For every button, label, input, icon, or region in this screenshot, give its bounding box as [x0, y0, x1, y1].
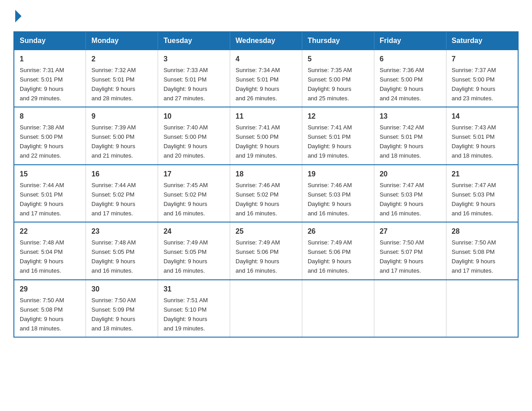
day-daylight-mins: and 16 minutes. — [380, 210, 421, 217]
day-daylight-mins: and 18 minutes. — [452, 152, 493, 159]
day-number: 5 — [308, 54, 369, 65]
calendar-cell: 7 Sunrise: 7:37 AM Sunset: 5:00 PM Dayli… — [446, 50, 518, 107]
calendar-week-row: 8 Sunrise: 7:38 AM Sunset: 5:00 PM Dayli… — [14, 107, 518, 164]
day-number: 7 — [452, 54, 512, 65]
logo-arrow-icon — [15, 10, 21, 22]
day-sunrise: Sunrise: 7:51 AM — [163, 297, 208, 304]
day-daylight-mins: and 16 minutes. — [91, 267, 133, 274]
day-number: 19 — [308, 169, 369, 180]
day-daylight-mins: and 26 minutes. — [236, 95, 277, 102]
weekday-header-wednesday: Wednesday — [230, 32, 302, 50]
calendar-cell: 25 Sunrise: 7:49 AM Sunset: 5:06 PM Dayl… — [230, 222, 302, 279]
day-daylight-mins: and 17 minutes. — [380, 267, 421, 274]
day-daylight: Daylight: 9 hours — [163, 143, 207, 150]
page-header — [13, 9, 519, 22]
day-sunrise: Sunrise: 7:45 AM — [163, 182, 208, 188]
calendar-cell — [230, 280, 302, 337]
calendar-cell: 22 Sunrise: 7:48 AM Sunset: 5:04 PM Dayl… — [14, 222, 86, 279]
calendar-cell: 9 Sunrise: 7:39 AM Sunset: 5:00 PM Dayli… — [86, 107, 158, 164]
day-daylight: Daylight: 9 hours — [163, 201, 207, 207]
day-daylight-mins: and 20 minutes. — [163, 152, 205, 159]
day-sunrise: Sunrise: 7:47 AM — [380, 182, 424, 188]
weekday-header-friday: Friday — [374, 32, 446, 50]
day-sunrise: Sunrise: 7:41 AM — [236, 124, 280, 131]
day-daylight: Daylight: 9 hours — [452, 86, 496, 92]
day-sunset: Sunset: 5:05 PM — [91, 248, 134, 255]
day-sunset: Sunset: 5:00 PM — [20, 133, 63, 140]
day-daylight: Daylight: 9 hours — [91, 258, 135, 265]
day-daylight-mins: and 16 minutes. — [308, 210, 349, 217]
day-daylight: Daylight: 9 hours — [20, 316, 64, 322]
day-sunset: Sunset: 5:01 PM — [452, 133, 495, 140]
weekday-header-thursday: Thursday — [302, 32, 374, 50]
calendar-cell: 28 Sunrise: 7:50 AM Sunset: 5:08 PM Dayl… — [446, 222, 518, 279]
day-sunrise: Sunrise: 7:43 AM — [452, 124, 496, 131]
weekday-header-saturday: Saturday — [446, 32, 518, 50]
day-daylight-mins: and 16 minutes. — [308, 267, 349, 274]
calendar-table: SundayMondayTuesdayWednesdayThursdayFrid… — [13, 31, 519, 338]
calendar-cell: 18 Sunrise: 7:46 AM Sunset: 5:02 PM Dayl… — [230, 165, 302, 222]
calendar-cell: 10 Sunrise: 7:40 AM Sunset: 5:00 PM Dayl… — [158, 107, 230, 164]
day-sunrise: Sunrise: 7:50 AM — [380, 239, 424, 246]
calendar-cell: 2 Sunrise: 7:32 AM Sunset: 5:01 PM Dayli… — [86, 50, 158, 107]
calendar-week-row: 15 Sunrise: 7:44 AM Sunset: 5:01 PM Dayl… — [14, 165, 518, 222]
day-sunrise: Sunrise: 7:35 AM — [308, 67, 352, 73]
day-number: 4 — [236, 54, 296, 65]
day-daylight-mins: and 17 minutes. — [91, 210, 133, 217]
day-number: 31 — [163, 284, 224, 295]
day-daylight-mins: and 24 minutes. — [380, 95, 421, 102]
day-daylight-mins: and 16 minutes. — [236, 267, 277, 274]
day-sunset: Sunset: 5:02 PM — [163, 191, 206, 198]
day-daylight-mins: and 16 minutes. — [163, 267, 205, 274]
calendar-cell: 23 Sunrise: 7:48 AM Sunset: 5:05 PM Dayl… — [86, 222, 158, 279]
day-sunrise: Sunrise: 7:47 AM — [452, 182, 496, 188]
calendar-cell: 8 Sunrise: 7:38 AM Sunset: 5:00 PM Dayli… — [14, 107, 86, 164]
day-daylight: Daylight: 9 hours — [91, 201, 135, 207]
day-daylight: Daylight: 9 hours — [308, 143, 352, 150]
calendar-cell: 29 Sunrise: 7:50 AM Sunset: 5:08 PM Dayl… — [14, 280, 86, 337]
day-daylight-mins: and 18 minutes. — [91, 325, 133, 332]
calendar-cell: 6 Sunrise: 7:36 AM Sunset: 5:00 PM Dayli… — [374, 50, 446, 107]
calendar-cell: 13 Sunrise: 7:42 AM Sunset: 5:01 PM Dayl… — [374, 107, 446, 164]
day-number: 9 — [91, 111, 152, 122]
day-sunset: Sunset: 5:02 PM — [236, 191, 279, 198]
day-sunrise: Sunrise: 7:49 AM — [308, 239, 352, 246]
day-daylight: Daylight: 9 hours — [163, 86, 207, 92]
day-daylight-mins: and 16 minutes. — [236, 210, 277, 217]
day-number: 13 — [380, 111, 441, 122]
day-number: 25 — [236, 226, 296, 237]
calendar-cell: 30 Sunrise: 7:50 AM Sunset: 5:09 PM Dayl… — [86, 280, 158, 337]
day-daylight-mins: and 17 minutes. — [452, 267, 493, 274]
day-sunset: Sunset: 5:06 PM — [236, 248, 279, 255]
day-daylight: Daylight: 9 hours — [20, 86, 64, 92]
day-daylight: Daylight: 9 hours — [236, 201, 279, 207]
day-daylight-mins: and 28 minutes. — [91, 95, 133, 102]
day-sunset: Sunset: 5:00 PM — [380, 76, 423, 83]
day-number: 18 — [236, 169, 296, 180]
day-number: 23 — [91, 226, 152, 237]
day-daylight: Daylight: 9 hours — [380, 258, 424, 265]
day-number: 27 — [380, 226, 441, 237]
day-sunset: Sunset: 5:00 PM — [91, 133, 134, 140]
calendar-cell: 14 Sunrise: 7:43 AM Sunset: 5:01 PM Dayl… — [446, 107, 518, 164]
day-daylight-mins: and 18 minutes. — [20, 325, 61, 332]
day-sunrise: Sunrise: 7:50 AM — [20, 297, 64, 304]
weekday-header-tuesday: Tuesday — [158, 32, 230, 50]
day-sunrise: Sunrise: 7:42 AM — [380, 124, 424, 131]
day-number: 12 — [308, 111, 369, 122]
day-sunrise: Sunrise: 7:39 AM — [91, 124, 136, 131]
calendar-week-row: 29 Sunrise: 7:50 AM Sunset: 5:08 PM Dayl… — [14, 280, 518, 337]
day-sunrise: Sunrise: 7:48 AM — [91, 239, 136, 246]
day-sunset: Sunset: 5:00 PM — [236, 133, 279, 140]
day-sunrise: Sunrise: 7:44 AM — [20, 182, 64, 188]
day-daylight: Daylight: 9 hours — [308, 201, 352, 207]
day-sunrise: Sunrise: 7:41 AM — [308, 124, 352, 131]
day-sunrise: Sunrise: 7:38 AM — [20, 124, 64, 131]
day-number: 26 — [308, 226, 369, 237]
day-sunset: Sunset: 5:08 PM — [452, 248, 495, 255]
calendar-cell: 12 Sunrise: 7:41 AM Sunset: 5:01 PM Dayl… — [302, 107, 374, 164]
day-daylight-mins: and 27 minutes. — [163, 95, 205, 102]
day-daylight: Daylight: 9 hours — [91, 86, 135, 92]
day-daylight-mins: and 19 minutes. — [236, 152, 277, 159]
day-sunrise: Sunrise: 7:48 AM — [20, 239, 64, 246]
